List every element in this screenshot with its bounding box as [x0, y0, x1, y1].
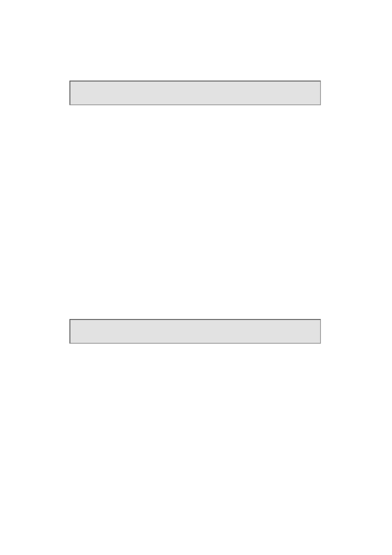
- inset-panel: [69, 81, 321, 105]
- inset-panel: [69, 319, 321, 344]
